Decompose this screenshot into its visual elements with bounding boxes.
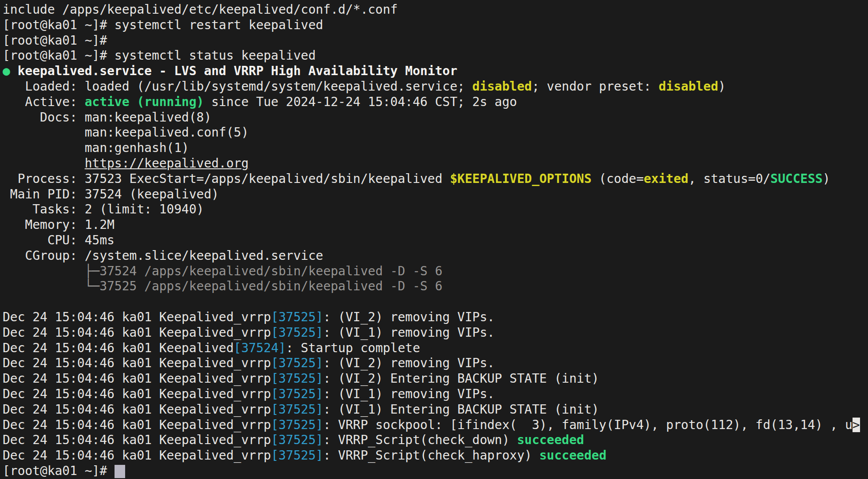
terminal-text: Dec 24 15:04:46 ka01 Keepalived_vrrp xyxy=(3,371,271,386)
terminal-text: Dec 24 15:04:46 ka01 Keepalived_vrrp xyxy=(3,448,271,463)
keepalived-docs-link[interactable]: https://keepalived.org xyxy=(84,156,249,171)
terminal-text: [37525] xyxy=(271,433,323,447)
terminal-line: ├─37524 /apps/keepalived/sbin/keepalived… xyxy=(3,264,868,279)
terminal-text: Dec 24 15:04:46 ka01 Keepalived_vrrp xyxy=(3,356,271,370)
terminal-line: Main PID: 37524 (keepalived) xyxy=(3,187,868,202)
terminal-text: [37524] xyxy=(234,341,286,355)
terminal-line: [root@ka01 ~]# systemctl restart keepali… xyxy=(3,18,868,33)
terminal-line: Dec 24 15:04:46 ka01 Keepalived_vrrp[375… xyxy=(3,387,868,402)
terminal-text: Dec 24 15:04:46 ka01 Keepalived_vrrp xyxy=(3,402,271,417)
terminal-text: Memory: 1.2M xyxy=(3,217,115,232)
terminal-text: [37525] xyxy=(271,402,323,417)
terminal-text: exited xyxy=(644,171,688,186)
terminal-line: [root@ka01 ~]# xyxy=(3,464,868,479)
terminal-line: Dec 24 15:04:46 ka01 Keepalived_vrrp[375… xyxy=(3,325,868,341)
terminal-text: disabled xyxy=(472,79,532,94)
terminal-text: succeeded xyxy=(517,433,584,447)
terminal-text: disabled xyxy=(658,79,718,94)
terminal-line: Dec 24 15:04:46 ka01 Keepalived[37524]: … xyxy=(3,341,868,356)
terminal-line: Dec 24 15:04:46 ka01 Keepalived_vrrp[375… xyxy=(3,448,868,464)
terminal-text xyxy=(3,279,84,293)
terminal-text: [37525] xyxy=(271,387,323,401)
terminal-text: Dec 24 15:04:46 ka01 Keepalived xyxy=(3,341,234,355)
terminal-text: $KEEPALIVED_OPTIONS xyxy=(450,171,591,186)
terminal-text: CGroup: /system.slice/keepalived.service xyxy=(3,248,323,263)
terminal-text: : VRRP_Script(check_down) xyxy=(323,433,517,447)
terminal-text: Main PID: 37524 (keepalived) xyxy=(3,187,219,201)
terminal-line: CGroup: /system.slice/keepalived.service xyxy=(3,248,868,264)
terminal-text: [root@ka01 ~]# xyxy=(3,33,107,48)
terminal-text: man:keepalived.conf(5) xyxy=(3,125,249,140)
terminal-line: └─37525 /apps/keepalived/sbin/keepalived… xyxy=(3,279,868,294)
terminal-line: Dec 24 15:04:46 ka01 Keepalived_vrrp[375… xyxy=(3,356,868,371)
terminal-text: ; vendor preset: xyxy=(532,79,659,94)
terminal-text: : Startup complete xyxy=(286,341,420,355)
terminal-text: since Tue 2024-12-24 15:04:46 CST; 2s ag… xyxy=(204,95,517,109)
terminal-text: : (VI_2) Entering BACKUP STATE (init) xyxy=(323,371,599,386)
terminal-text: succeeded xyxy=(539,448,607,463)
terminal-text: (code= xyxy=(592,171,644,186)
active-status-dot-icon: ● xyxy=(3,64,18,78)
terminal-text: Tasks: 2 (limit: 10940) xyxy=(3,202,204,217)
terminal-text: Docs: man:keepalived(8) xyxy=(3,110,211,125)
terminal-text: [37525] xyxy=(271,371,323,386)
terminal-text xyxy=(3,156,84,171)
terminal-text: [37525] xyxy=(271,418,323,432)
terminal-line: Tasks: 2 (limit: 10940) xyxy=(3,202,868,217)
cursor xyxy=(115,465,125,478)
terminal-text: Process: 37523 ExecStart=/apps/keepalive… xyxy=(3,171,450,186)
terminal-text: Loaded: loaded (/usr/lib/systemd/system/… xyxy=(3,79,472,94)
terminal-line: Dec 24 15:04:46 ka01 Keepalived_vrrp[375… xyxy=(3,310,868,325)
terminal-line: Process: 37523 ExecStart=/apps/keepalive… xyxy=(3,171,868,187)
terminal-text: : (VI_1) Entering BACKUP STATE (init) xyxy=(323,402,599,417)
terminal-text xyxy=(3,264,84,278)
terminal-text: Dec 24 15:04:46 ka01 Keepalived_vrrp xyxy=(3,433,271,447)
terminal-text: : (VI_1) removing VIPs. xyxy=(323,325,495,340)
terminal-line: https://keepalived.org xyxy=(3,156,868,171)
terminal-line: Dec 24 15:04:46 ka01 Keepalived_vrrp[375… xyxy=(3,371,868,387)
terminal-line: [root@ka01 ~]# systemctl status keepaliv… xyxy=(3,48,868,64)
terminal-text: : (VI_2) removing VIPs. xyxy=(323,310,495,324)
terminal-text: └─37525 /apps/keepalived/sbin/keepalived… xyxy=(84,279,442,293)
terminal-line: include /apps/keepalived/etc/keepalived/… xyxy=(3,2,868,18)
terminal-text: : VRRP sockpool: [ifindex( 3), family(IP… xyxy=(323,418,853,432)
terminal-text: active (running) xyxy=(84,95,204,109)
terminal-text: [37525] xyxy=(271,325,323,340)
terminal-line: man:genhash(1) xyxy=(3,141,868,156)
terminal-text: ├─37524 /apps/keepalived/sbin/keepalived… xyxy=(84,264,442,278)
terminal-text: Dec 24 15:04:46 ka01 Keepalived_vrrp xyxy=(3,387,271,401)
terminal-text: keepalived.service - LVS and VRRP High A… xyxy=(18,64,458,78)
terminal-line xyxy=(3,294,868,310)
terminal-text: [37525] xyxy=(271,356,323,370)
terminal-line: Docs: man:keepalived(8) xyxy=(3,110,868,125)
terminal-text: [37525] xyxy=(271,310,323,324)
terminal-text: : (VI_2) removing VIPs. xyxy=(323,356,495,370)
terminal-text: : (VI_1) removing VIPs. xyxy=(323,387,495,401)
terminal-text: Dec 24 15:04:46 ka01 Keepalived_vrrp xyxy=(3,310,271,324)
terminal-text: CPU: 45ms xyxy=(3,233,115,247)
terminal-text: [root@ka01 ~]# xyxy=(3,464,115,478)
terminal-text: [37525] xyxy=(271,448,323,463)
terminal-text: Dec 24 15:04:46 ka01 Keepalived_vrrp xyxy=(3,418,271,432)
terminal-line: Loaded: loaded (/usr/lib/systemd/system/… xyxy=(3,79,868,95)
terminal-line: ● keepalived.service - LVS and VRRP High… xyxy=(3,64,868,79)
terminal-text: Active: xyxy=(3,95,84,109)
terminal-text: [root@ka01 ~]# systemctl restart keepali… xyxy=(3,18,323,32)
terminal-line: man:keepalived.conf(5) xyxy=(3,125,868,141)
terminal-line: [root@ka01 ~]# xyxy=(3,33,868,49)
line-truncation-marker: > xyxy=(853,418,860,432)
terminal-line: Dec 24 15:04:46 ka01 Keepalived_vrrp[375… xyxy=(3,433,868,448)
terminal-text: ) xyxy=(718,79,726,94)
terminal-text: SUCCESS xyxy=(770,171,822,186)
terminal-line: Memory: 1.2M xyxy=(3,217,868,233)
terminal-text: man:genhash(1) xyxy=(3,141,189,155)
terminal-line: Active: active (running) since Tue 2024-… xyxy=(3,95,868,110)
terminal-screen[interactable]: include /apps/keepalived/etc/keepalived/… xyxy=(0,0,868,479)
terminal-line: Dec 24 15:04:46 ka01 Keepalived_vrrp[375… xyxy=(3,418,868,433)
terminal-line: CPU: 45ms xyxy=(3,233,868,248)
terminal-text: include /apps/keepalived/etc/keepalived/… xyxy=(3,2,398,17)
terminal-line: Dec 24 15:04:46 ka01 Keepalived_vrrp[375… xyxy=(3,402,868,418)
terminal-text: [root@ka01 ~]# systemctl status keepaliv… xyxy=(3,48,316,63)
terminal-text: Dec 24 15:04:46 ka01 Keepalived_vrrp xyxy=(3,325,271,340)
terminal-text: : VRRP_Script(check_haproxy) xyxy=(323,448,539,463)
